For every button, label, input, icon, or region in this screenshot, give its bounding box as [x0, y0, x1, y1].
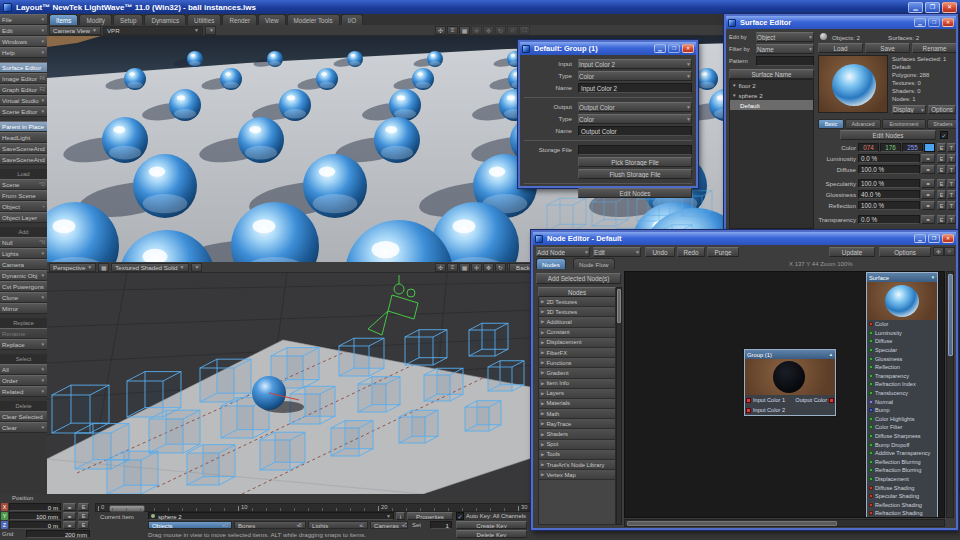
pan-icon[interactable]: ✛: [933, 247, 944, 256]
minimize-icon[interactable]: ▁: [908, 2, 923, 13]
spinner-icon[interactable]: ◂▸: [921, 179, 935, 188]
sidebar-item-dynamic-obj[interactable]: Dynamic Obj▼: [0, 270, 47, 281]
sidebar-item-clone[interactable]: Clone▼: [0, 292, 47, 303]
sidebar-menu-windows[interactable]: Windows▼: [0, 36, 47, 47]
sidebar-menu-file[interactable]: File▼: [0, 14, 47, 25]
node-category-tools[interactable]: ▶Tools: [539, 450, 615, 460]
surface-list-item-floor-2[interactable]: ▼floor 2: [730, 80, 813, 90]
restore-icon[interactable]: ❐: [928, 234, 940, 243]
surface-channel-reflection[interactable]: Reflection: [867, 363, 937, 372]
options-button[interactable]: Options: [879, 247, 931, 257]
sidebar-item-graph-editor[interactable]: Graph EditorF2: [0, 84, 47, 95]
viewport-center-icon[interactable]: ✣: [435, 26, 446, 35]
node-category-fiberfx[interactable]: ▶FiberFX: [539, 348, 615, 358]
sidebar-item-order[interactable]: Order▼: [0, 375, 47, 386]
rotate-icon[interactable]: ↻: [495, 263, 506, 272]
close-icon[interactable]: ✕: [682, 44, 694, 53]
update-button[interactable]: Update: [829, 247, 875, 257]
z-envelope-button[interactable]: E: [78, 521, 89, 529]
spinner-icon[interactable]: ◂▸: [921, 201, 935, 210]
surface-channel-luminosity[interactable]: Luminosity: [867, 329, 937, 338]
restore-icon[interactable]: ❐: [668, 44, 680, 53]
rename-button[interactable]: Rename: [912, 43, 956, 53]
tab-view[interactable]: View: [258, 14, 286, 25]
surface-channel-bump[interactable]: Bump: [867, 406, 937, 415]
specularity-field[interactable]: 100.0 %: [858, 179, 920, 188]
name-input[interactable]: Output Color: [578, 126, 692, 136]
surface-destination-node[interactable]: Surface▼ColorLuminosityDiffuseSpecularGl…: [866, 272, 938, 518]
surface-list-item-sphere-2[interactable]: ▼sphere 2: [730, 90, 813, 100]
node-category-2d-textures[interactable]: ▶2D Textures: [539, 297, 615, 307]
sidebar-item-clear[interactable]: Clear▼: [0, 422, 47, 433]
viewport-menu-icon[interactable]: ≡: [447, 26, 458, 35]
z-axis-badge[interactable]: Z: [1, 521, 8, 529]
sidebar-menu-edit[interactable]: Edit▼: [0, 25, 47, 36]
spinner-icon[interactable]: ◂▸: [921, 165, 935, 174]
node-category-gradient[interactable]: ▶Gradient: [539, 368, 615, 378]
texture-button[interactable]: T: [947, 154, 956, 163]
render-mode-dropdown[interactable]: VPR▼: [103, 26, 203, 35]
node-category-3d-textures[interactable]: ▶3D Textures: [539, 307, 615, 317]
close-icon[interactable]: ✕: [942, 234, 954, 243]
tab-dynamics[interactable]: Dynamics: [144, 14, 186, 25]
tab-render[interactable]: Render: [222, 14, 257, 25]
node-list-scrollbar[interactable]: [616, 287, 622, 525]
spinner-icon[interactable]: ◂▸: [921, 190, 935, 199]
spinner-icon[interactable]: ◂▸: [921, 154, 935, 163]
sidebar-item-scene[interactable]: Scene^O: [0, 179, 47, 190]
group-node[interactable]: Group (1)▲Input Color 1Output ColorInput…: [744, 349, 836, 416]
type-dropdown[interactable]: Color▼: [578, 114, 692, 124]
surface-channel-transparency[interactable]: Transparency: [867, 372, 937, 381]
output-dropdown[interactable]: Output Color▼: [578, 102, 692, 112]
restore-icon[interactable]: ❐: [925, 2, 940, 13]
spinner-icon[interactable]: ◂▸: [63, 503, 76, 511]
x-position-field[interactable]: 0 m: [9, 503, 61, 511]
pan-icon[interactable]: ✛: [471, 263, 482, 272]
add-selected-button[interactable]: Add Selected Node(s): [536, 273, 621, 284]
sidebar-menu-help[interactable]: Help▼: [0, 47, 47, 58]
shade-mode-dropdown[interactable]: Textured Shaded Solid▼: [111, 263, 188, 272]
sidebar-item-scene-editor[interactable]: Scene Editor▼: [0, 106, 47, 117]
surface-node-header[interactable]: Surface▼: [867, 273, 937, 282]
reflection-field[interactable]: 100.0 %: [858, 201, 920, 210]
viewport-center-icon[interactable]: ✣: [435, 263, 446, 272]
restore-icon[interactable]: ❐: [928, 18, 940, 27]
surface-channel-color[interactable]: Color: [867, 320, 937, 329]
sidebar-item-from-scene[interactable]: From Scene: [0, 190, 47, 201]
set-field[interactable]: 1: [430, 521, 452, 529]
surface-channel-refraction-blurring[interactable]: Refraction Blurring: [867, 466, 937, 475]
name-input[interactable]: Input Color 2: [578, 83, 692, 93]
pan-icon[interactable]: ✛: [471, 26, 482, 35]
input-port-icon[interactable]: [746, 408, 751, 413]
node-category-materials[interactable]: ▶Materials: [539, 399, 615, 409]
spinner-icon[interactable]: ◂▸: [63, 512, 76, 520]
sidebar-item-camera[interactable]: Camera: [0, 259, 47, 270]
sidebar-item-object-layer[interactable]: Object Layer: [0, 212, 47, 223]
close-icon[interactable]: ✕: [942, 18, 954, 27]
sidebar-item-null[interactable]: Null^N: [0, 237, 47, 248]
main-titlebar[interactable]: Layout™ NewTek LightWave™ 11.0 (Win32) -…: [0, 0, 960, 14]
tab-modify[interactable]: Modify: [79, 14, 112, 25]
surface-channel-normal[interactable]: Normal: [867, 397, 937, 406]
tab-i-o[interactable]: I/O: [341, 14, 363, 25]
sidebar-item-all[interactable]: All▼: [0, 364, 47, 375]
node-category-additional[interactable]: ▶Additional: [539, 317, 615, 327]
texture-button[interactable]: T: [947, 179, 956, 188]
sidebar-item-clear-selected[interactable]: Clear Selected: [0, 411, 47, 422]
tab-shaders[interactable]: Shaders: [927, 119, 956, 129]
viewport-extra-dropdown[interactable]: ▼: [191, 263, 202, 272]
move-icon[interactable]: ✥: [483, 263, 494, 272]
close-icon[interactable]: ✕: [942, 2, 957, 13]
delete-key-button[interactable]: Delete Key: [456, 530, 527, 538]
collapse-icon[interactable]: ▼: [931, 275, 935, 280]
undo-button[interactable]: Undo: [645, 247, 675, 257]
node-category-raytrace[interactable]: ▶RayTrace: [539, 419, 615, 429]
surface-channel-diffuse-shading[interactable]: Diffuse Shading: [867, 483, 937, 492]
preview-toggle-icon[interactable]: [820, 33, 827, 40]
sidebar-item-image-editor[interactable]: Image EditorF6: [0, 73, 47, 84]
surface-channel-refraction-shading[interactable]: Refraction Shading: [867, 509, 937, 518]
input-port-icon[interactable]: [746, 398, 751, 403]
node-editor-titlebar[interactable]: Node Editor - Default ▁❐✕: [533, 232, 956, 245]
luminosity-field[interactable]: 0.0 %: [858, 154, 920, 163]
sidebar-item-savesceneandal[interactable]: SaveSceneAndAL: [0, 143, 47, 154]
